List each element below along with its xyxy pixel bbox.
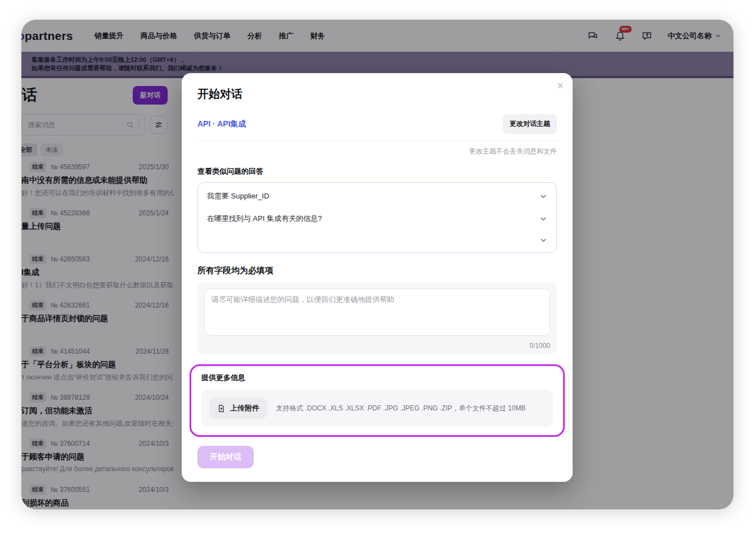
upload-panel: 上传附件 支持格式 .DOCX .XLS .XLSX .PDF .JPG .JP… bbox=[201, 390, 553, 427]
chevron-down-icon bbox=[539, 215, 547, 223]
app-window: opartners 销量提升 商品与价格 供货与订单 分析 推广 财务 99+ bbox=[21, 20, 734, 509]
start-conversation-modal: × 开始对话 API · API集成 更改对话主题 更改主题不会丢失消息和文件 … bbox=[182, 73, 573, 482]
problem-description-textarea[interactable] bbox=[204, 288, 550, 336]
chevron-down-icon bbox=[539, 236, 547, 244]
change-topic-button[interactable]: 更改对话主题 bbox=[503, 114, 557, 134]
description-panel: 0/1000 bbox=[197, 283, 557, 354]
question-item[interactable]: 在哪里找到与 API 集成有关的信息? bbox=[207, 207, 547, 230]
topic-divider bbox=[197, 141, 557, 141]
start-conversation-button[interactable]: 开始对话 bbox=[197, 446, 254, 468]
change-topic-note: 更改主题不会丢失消息和文件 bbox=[197, 147, 557, 156]
char-counter: 0/1000 bbox=[204, 342, 550, 350]
required-fields-heading: 所有字段均为必填项 bbox=[197, 265, 557, 276]
similar-questions-box: 我需要 Supplier_ID 在哪里找到与 API 集成有关的信息? bbox=[197, 182, 557, 253]
upload-attachment-button[interactable]: 上传附件 bbox=[209, 398, 267, 419]
question-item[interactable] bbox=[207, 230, 547, 250]
close-icon[interactable]: × bbox=[557, 80, 564, 91]
modal-title: 开始对话 bbox=[197, 87, 557, 102]
more-info-label: 提供更多信息 bbox=[201, 373, 553, 383]
upload-hint: 支持格式 .DOCX .XLS .XLSX .PDF .JPG .JPEG .P… bbox=[276, 404, 525, 413]
upload-button-label: 上传附件 bbox=[230, 403, 259, 413]
chevron-down-icon bbox=[539, 192, 547, 200]
upload-highlight-ring: 提供更多信息 上传附件 支持格式 .DOCX .XLS .XLSX .PDF .… bbox=[190, 364, 565, 437]
page: opartners 销量提升 商品与价格 供货与订单 分析 推广 财务 99+ bbox=[0, 0, 756, 533]
question-text: 我需要 Supplier_ID bbox=[207, 191, 269, 201]
topic-row: API · API集成 更改对话主题 bbox=[197, 114, 557, 134]
topic-link[interactable]: API · API集成 bbox=[197, 119, 246, 129]
upload-file-icon bbox=[217, 404, 226, 413]
similar-questions-label: 查看类似问题的回答 bbox=[197, 166, 557, 177]
question-item[interactable]: 我需要 Supplier_ID bbox=[207, 185, 547, 207]
question-text: 在哪里找到与 API 集成有关的信息? bbox=[207, 214, 322, 224]
